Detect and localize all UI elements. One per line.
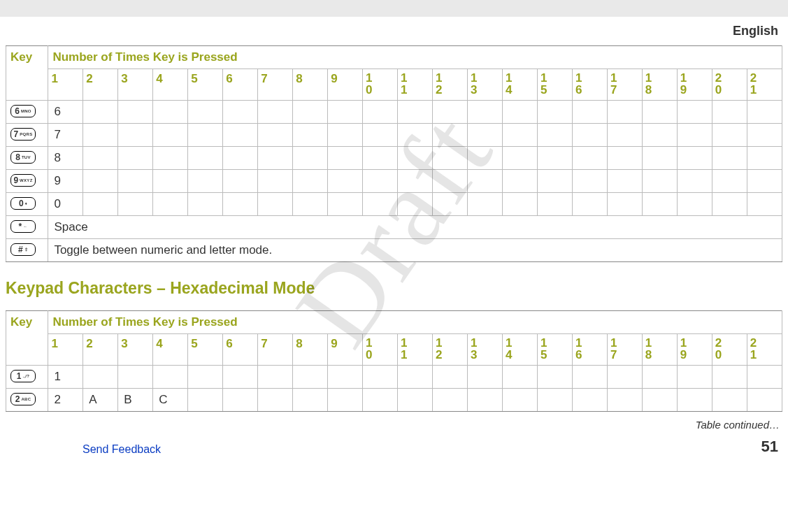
key-value-cell [83, 147, 118, 170]
key-value-cell [363, 389, 398, 412]
key-value-cell [83, 101, 118, 124]
key-value-cell [293, 193, 328, 216]
press-col-2: 2 [83, 334, 118, 366]
key-value-cell [293, 366, 328, 389]
key-value-cell [468, 124, 503, 147]
key-value-cell [433, 124, 468, 147]
send-feedback-link[interactable]: Send Feedback [83, 443, 161, 456]
key-value-cell [433, 366, 468, 389]
keypad-key-icon: #⇧ [10, 243, 36, 256]
window-top-strip [0, 0, 788, 17]
key-value-cell: B [118, 389, 153, 412]
key-value-cell [363, 124, 398, 147]
table-row: *←Space [6, 216, 782, 239]
key-value-cell [328, 193, 363, 216]
key-value-cell [502, 366, 537, 389]
key-value-cell [398, 389, 433, 412]
key-value-cell [642, 366, 677, 389]
key-value-cell [258, 101, 293, 124]
key-value-cell [223, 147, 258, 170]
key-value-cell [223, 124, 258, 147]
press-col-10: 10 [363, 334, 398, 366]
key-value-cell [293, 124, 328, 147]
key-value-cell [502, 124, 537, 147]
key-value-cell [363, 366, 398, 389]
key-value-cell [572, 147, 607, 170]
language-label: English [6, 21, 782, 45]
col-header-presses: Number of Times Key is Pressed [48, 311, 782, 334]
key-value-cell [468, 366, 503, 389]
key-value-cell [258, 170, 293, 193]
key-value-cell [223, 101, 258, 124]
key-value-cell [153, 124, 188, 147]
key-value-cell [433, 147, 468, 170]
key-cell: 2ABC [6, 389, 48, 412]
key-value-cell [712, 389, 747, 412]
keypad-table-1: Key Number of Times Key is Pressed 1 2 3… [6, 45, 782, 262]
key-value-cell [328, 124, 363, 147]
key-value-cell [747, 366, 782, 389]
key-value-cell [712, 366, 747, 389]
key-value-cell [118, 366, 153, 389]
page-footer: Send Feedback 51 [6, 435, 782, 456]
key-cell: 9WXYZ [6, 170, 48, 193]
press-col-21: 21 [747, 334, 782, 366]
key-value-cell [188, 124, 223, 147]
key-value-cell [677, 170, 712, 193]
press-col-1: 1 [48, 69, 83, 101]
press-col-21: 21 [747, 69, 782, 101]
table-row: 6MNO6 [6, 101, 782, 124]
table-row: 8TUV8 [6, 147, 782, 170]
key-value-cell [258, 366, 293, 389]
key-value-cell [118, 124, 153, 147]
key-value-cell [258, 124, 293, 147]
press-col-13: 13 [468, 334, 503, 366]
keypad-key-icon: *← [10, 220, 36, 233]
key-value-cell [712, 193, 747, 216]
keypad-key-icon: 1.,/? [10, 370, 36, 382]
section-title-hex: Keypad Characters – Hexadecimal Mode [6, 279, 782, 298]
press-col-6: 6 [223, 334, 258, 366]
key-value-cell [607, 389, 642, 412]
key-value-cell [433, 170, 468, 193]
key-value-cell [153, 147, 188, 170]
key-value-cell [502, 389, 537, 412]
key-value-cell [223, 366, 258, 389]
key-value-cell [677, 389, 712, 412]
keypad-table-2: Key Number of Times Key is Pressed 1 2 3… [6, 310, 782, 412]
press-col-7: 7 [258, 334, 293, 366]
table-row: 0♦0 [6, 193, 782, 216]
key-value-cell [153, 366, 188, 389]
key-cell: 8TUV [6, 147, 48, 170]
key-value-cell [502, 101, 537, 124]
key-value-cell: 1 [48, 366, 83, 389]
press-col-4: 4 [153, 334, 188, 366]
key-value-cell [502, 147, 537, 170]
key-cell: 6MNO [6, 101, 48, 124]
key-value-cell [747, 147, 782, 170]
key-value-cell [398, 124, 433, 147]
key-value-cell [677, 147, 712, 170]
key-value-cell [677, 101, 712, 124]
col-header-key: Key [6, 46, 48, 101]
key-value-cell: 2 [48, 389, 83, 412]
key-value-cell [572, 366, 607, 389]
key-value-cell [747, 124, 782, 147]
key-value-cell [363, 193, 398, 216]
key-value-cell [537, 170, 572, 193]
key-value-cell [677, 366, 712, 389]
keypad-key-icon: 9WXYZ [10, 174, 36, 187]
key-value-cell [398, 170, 433, 193]
key-value-cell [642, 147, 677, 170]
press-col-16: 16 [572, 69, 607, 101]
key-value-cell [363, 170, 398, 193]
key-value-cell [188, 170, 223, 193]
key-value-cell [537, 147, 572, 170]
key-value-cell [118, 147, 153, 170]
press-col-10: 10 [363, 69, 398, 101]
key-value-cell [677, 124, 712, 147]
press-col-15: 15 [537, 69, 572, 101]
key-value-cell: 0 [48, 193, 83, 216]
key-value-cell [118, 193, 153, 216]
press-col-16: 16 [572, 334, 607, 366]
